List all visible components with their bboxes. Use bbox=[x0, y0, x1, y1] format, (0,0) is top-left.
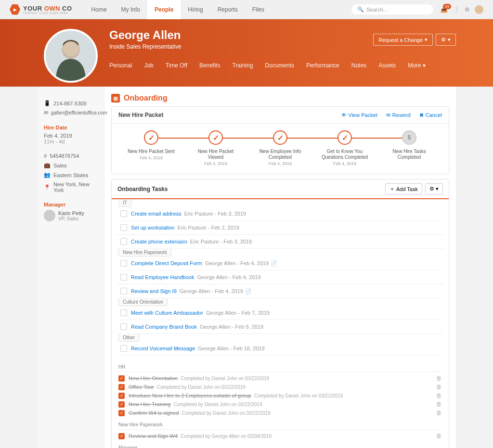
manager-avatar[interactable] bbox=[44, 210, 55, 221]
nav-hiring[interactable]: Hiring bbox=[181, 0, 210, 19]
subnav-more[interactable]: More ▾ bbox=[408, 62, 426, 69]
subnav-assets[interactable]: Assets bbox=[378, 62, 396, 69]
completed-title: Office Tour bbox=[129, 384, 154, 390]
trash-icon[interactable]: 🗑 bbox=[436, 375, 442, 382]
tasks-title: Onboarding Tasks bbox=[117, 186, 168, 192]
task-link[interactable]: Meet with Culture Ambassador bbox=[131, 310, 203, 316]
employee-avatar[interactable] bbox=[44, 29, 98, 83]
settings-icon[interactable]: ⚙ bbox=[465, 6, 470, 13]
step: New Hire Packet ViewedFeb 4, 2019 bbox=[192, 130, 240, 166]
completed-title: New Hire Orientation bbox=[129, 375, 178, 381]
trash-icon[interactable]: 🗑 bbox=[436, 401, 442, 408]
tasks-settings-button[interactable]: ⚙ ▾ bbox=[425, 183, 443, 194]
subnav-performance[interactable]: Performance bbox=[306, 62, 339, 69]
task-checkbox[interactable] bbox=[120, 288, 127, 294]
task-row: Read Company Brand BookGeorge Allen - Fe… bbox=[117, 320, 444, 334]
request-change-button[interactable]: Request a Change ▾ bbox=[373, 34, 433, 46]
logo[interactable]: YOUR OWN CO COMPANY LOGO GOES HERE bbox=[10, 4, 72, 15]
task-meta: George Allen - Feb 9, 2019 bbox=[200, 324, 263, 330]
help-icon[interactable]: ❔ bbox=[453, 6, 460, 13]
packet-title: New Hire Packet bbox=[118, 112, 163, 118]
trash-icon[interactable]: 🗑 bbox=[436, 392, 442, 399]
completed-checkbox[interactable]: ✓ bbox=[118, 401, 125, 408]
subnav-job[interactable]: Job bbox=[144, 62, 153, 69]
task-group-label: New Hire Paperwork bbox=[118, 249, 171, 256]
completed-meta: Completed by Daniel John on 03/22/2019 bbox=[173, 402, 262, 407]
tasks-panel: Onboarding Tasks ＋Add Task ⚙ ▾ ITCreate … bbox=[111, 179, 449, 448]
manager-name[interactable]: Karin Petty bbox=[58, 210, 84, 216]
completed-checkbox[interactable]: ✓ bbox=[118, 410, 125, 416]
notif-badge: 24 bbox=[443, 4, 451, 9]
view-packet-link[interactable]: 👁View Packet bbox=[341, 112, 377, 118]
completed-checkbox[interactable]: ✓ bbox=[118, 433, 125, 439]
resend-link[interactable]: ✉Resend bbox=[386, 112, 411, 118]
trash-icon[interactable]: 🗑 bbox=[436, 433, 442, 439]
task-checkbox[interactable] bbox=[120, 238, 127, 245]
cancel-icon: ✖ bbox=[419, 112, 424, 118]
task-link[interactable]: Create phone extension bbox=[131, 239, 187, 244]
task-link[interactable]: Set up workstation bbox=[131, 225, 175, 230]
task-link[interactable]: Create email address bbox=[131, 211, 182, 217]
completed-row: ✓Confirm W4 is signedCompleted by Daniel… bbox=[118, 409, 442, 417]
task-checkbox[interactable] bbox=[120, 309, 127, 316]
completed-meta: Completed by Daniel John on 03/22/2019 bbox=[181, 376, 269, 381]
cancel-link[interactable]: ✖Cancel bbox=[419, 112, 442, 118]
briefcase-icon: 💼 bbox=[44, 162, 51, 168]
user-avatar-icon[interactable] bbox=[475, 5, 483, 14]
search-placeholder: Search... bbox=[366, 7, 388, 13]
nav-my-info[interactable]: My Info bbox=[114, 0, 147, 19]
inbox-icon[interactable]: 📥24 bbox=[441, 6, 448, 13]
top-nav: YOUR OWN CO COMPANY LOGO GOES HERE HomeM… bbox=[0, 0, 493, 19]
task-link[interactable]: Complete Direct Deposit Form bbox=[131, 260, 202, 266]
task-checkbox[interactable] bbox=[120, 260, 127, 267]
trash-icon[interactable]: 🗑 bbox=[436, 384, 442, 390]
nav-files[interactable]: Files bbox=[245, 0, 272, 19]
packet-steps: New Hire Packet SentFeb 4, 2019New Hire … bbox=[112, 124, 449, 174]
nav-home[interactable]: Home bbox=[84, 0, 114, 19]
completed-checkbox[interactable]: ✓ bbox=[118, 384, 125, 390]
task-link[interactable]: Record Voicemail Message bbox=[131, 346, 195, 351]
email-value[interactable]: gallen@efficientoffice.com bbox=[51, 110, 107, 115]
task-link[interactable]: Read Company Brand Book bbox=[131, 324, 197, 330]
completed-checkbox[interactable]: ✓ bbox=[118, 375, 125, 382]
task-row: Create email addressEric Pasture - Feb 3… bbox=[117, 207, 444, 221]
task-checkbox[interactable] bbox=[120, 224, 127, 231]
completed-title: Review and Sign W4 bbox=[129, 433, 178, 439]
task-meta: George Allen - Feb 18, 2019 bbox=[198, 346, 264, 351]
completed-checkbox[interactable]: ✓ bbox=[118, 393, 125, 399]
completed-group-label: Manager bbox=[118, 445, 442, 448]
completed-group-label: New Hire Paperwork bbox=[118, 422, 442, 427]
manager-label: Manager bbox=[44, 202, 99, 207]
search-icon: 🔍 bbox=[357, 6, 364, 13]
task-link[interactable]: Read Employee Handbook bbox=[131, 274, 194, 280]
task-checkbox[interactable] bbox=[120, 345, 127, 352]
subnav-benefits[interactable]: Benefits bbox=[199, 62, 220, 69]
task-checkbox[interactable] bbox=[120, 323, 127, 330]
task-meta: Eric Pasture - Feb 3, 2019 bbox=[184, 211, 246, 217]
manager-title: VP, Sales bbox=[58, 216, 84, 221]
completed-row: ✓Introduce New Hire to 2 Employees outsi… bbox=[118, 391, 442, 400]
subnav-time-off[interactable]: Time Off bbox=[166, 62, 187, 69]
task-checkbox[interactable] bbox=[120, 274, 127, 281]
completed-title: Introduce New Hire to 2 Employees outsid… bbox=[129, 393, 251, 398]
task-link[interactable]: Review and Sign I9 bbox=[131, 288, 177, 294]
nav-people[interactable]: People bbox=[147, 0, 181, 19]
task-checkbox[interactable] bbox=[120, 210, 127, 217]
task-group-label: IT bbox=[118, 199, 131, 207]
search-input[interactable]: 🔍 Search... bbox=[351, 4, 433, 14]
completed-row: ✓Review and Sign W4Completed by George A… bbox=[118, 432, 442, 440]
subnav-documents[interactable]: Documents bbox=[265, 62, 294, 69]
nav-reports[interactable]: Reports bbox=[210, 0, 245, 19]
packet-panel: New Hire Packet 👁View Packet ✉Resend ✖Ca… bbox=[111, 106, 449, 174]
logo-subtext: COMPANY LOGO GOES HERE bbox=[23, 12, 72, 14]
step: New Employee Info CompletedFeb 4, 2019 bbox=[256, 130, 304, 166]
hero-settings-button[interactable]: ⚙ ▾ bbox=[436, 34, 456, 46]
subnav-personal[interactable]: Personal bbox=[109, 62, 132, 69]
add-task-button[interactable]: ＋Add Task bbox=[385, 183, 422, 194]
subnav-notes[interactable]: Notes bbox=[351, 62, 366, 69]
subnav-training[interactable]: Training bbox=[232, 62, 253, 69]
hash-icon: # bbox=[44, 153, 47, 159]
trash-icon[interactable]: 🗑 bbox=[436, 410, 442, 416]
department: Sales bbox=[53, 163, 67, 168]
task-group-label: Culture Orientation bbox=[118, 298, 168, 306]
